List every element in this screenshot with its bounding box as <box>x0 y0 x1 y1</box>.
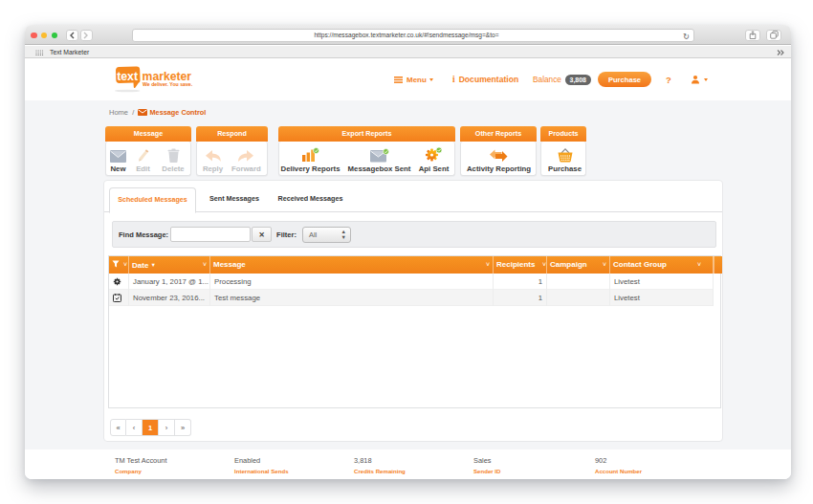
svg-text:text: text <box>117 70 138 83</box>
svg-text:We deliver. You save.: We deliver. You save. <box>143 81 193 87</box>
